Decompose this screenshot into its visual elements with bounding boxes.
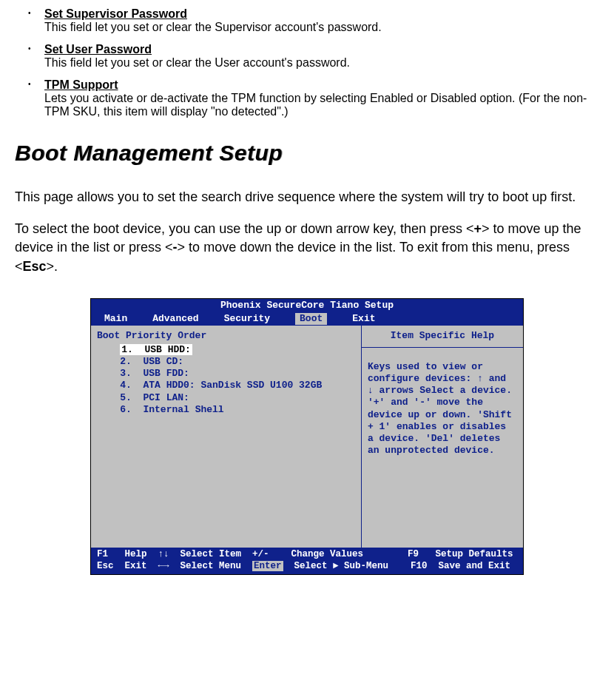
menu-main: Main xyxy=(104,313,127,325)
boot-row: 3. USB FDD: xyxy=(97,368,355,380)
menu-exit: Exit xyxy=(352,313,375,325)
list-item: TPM Support Lets you activate or de-acti… xyxy=(15,78,599,118)
menu-security: Security xyxy=(224,313,270,325)
bios-body: Boot Priority Order 1. USB HDD: 2. USB C… xyxy=(91,326,523,548)
text: >. xyxy=(47,259,58,274)
boot-row: 5. PCI LAN: xyxy=(97,392,355,404)
key-plus: + xyxy=(474,221,482,236)
settings-list: Set Supervisor Password This field let y… xyxy=(15,7,599,118)
help-title: Item Specific Help xyxy=(362,326,523,347)
menu-boot: Boot xyxy=(295,313,327,325)
item-desc: This field let you set or clear the User… xyxy=(44,56,599,70)
bios-footer: F1 Help ↑↓ Select Item +/- Change Values… xyxy=(91,548,523,573)
section-title: Boot Management Setup xyxy=(15,141,599,166)
boot-row: 4. ATA HDD0: SanDisk SSD U100 32GB xyxy=(97,380,355,391)
item-desc: Lets you activate or de-activate the TPM… xyxy=(44,92,599,118)
bios-screenshot: Phoenix SecureCore Tiano Setup Main Adva… xyxy=(15,298,599,575)
footer-line2a: Esc Exit ←→ Select Menu xyxy=(97,561,252,571)
bios-right-pane: Item Specific Help Keys used to view or … xyxy=(362,326,523,548)
item-desc: This field let you set or clear the Supe… xyxy=(44,21,599,34)
footer-line1: F1 Help ↑↓ Select Item +/- Change Values… xyxy=(97,549,513,559)
list-item: Set User Password This field let you set… xyxy=(15,43,599,70)
boot-row: 6. Internal Shell xyxy=(97,404,355,416)
item-title: TPM Support xyxy=(44,78,599,92)
footer-enter: Enter xyxy=(252,561,283,571)
help-body: Keys used to view or configure devices: … xyxy=(362,348,523,463)
boot-row: 2. USB CD: xyxy=(97,356,355,368)
list-item: Set Supervisor Password This field let y… xyxy=(15,7,599,34)
item-title: Set Supervisor Password xyxy=(44,7,599,21)
boot-order-header: Boot Priority Order xyxy=(97,330,355,342)
key-esc: Esc xyxy=(23,259,47,274)
menu-advanced: Advanced xyxy=(152,313,198,325)
text: To select the boot device, you can use t… xyxy=(15,221,474,236)
bios-left-pane: Boot Priority Order 1. USB HDD: 2. USB C… xyxy=(91,326,362,548)
boot-row: 1. USB HDD: xyxy=(97,344,355,356)
bios-title: Phoenix SecureCore Tiano Setup xyxy=(91,299,523,312)
paragraph-instructions: To select the boot device, you can use t… xyxy=(15,220,599,276)
footer-line2b: Select ► Sub-Menu F10 Save and Exit xyxy=(283,561,511,571)
boot-row-selected: 1. USB HDD: xyxy=(120,344,192,355)
item-title: Set User Password xyxy=(44,43,599,56)
paragraph-intro: This page allows you to set the search d… xyxy=(15,188,599,206)
bios-menu: Main Advanced Security Boot Exit xyxy=(91,312,523,326)
bios-window: Phoenix SecureCore Tiano Setup Main Adva… xyxy=(90,298,524,575)
